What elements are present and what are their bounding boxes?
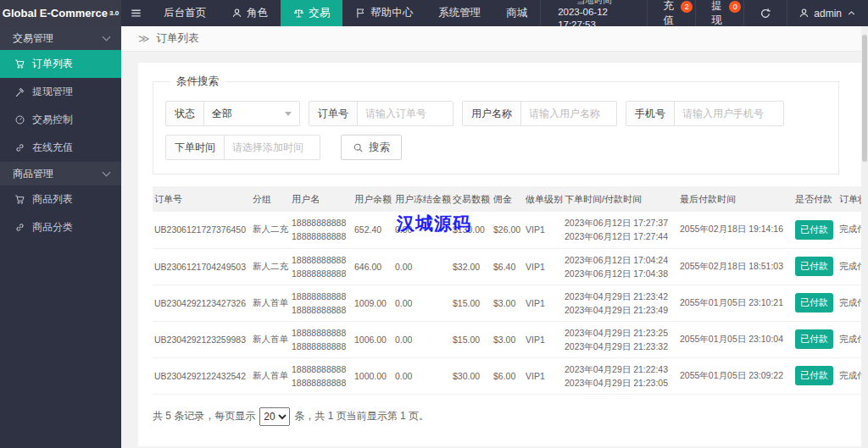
orders-table: 订单号分组用户名用户余额用户冻结金额交易数额佣金做单级别下单时间/付款时间最后付… <box>153 186 868 395</box>
cell-last-pay-time: 2055年01月05日 23:09:22 <box>678 357 793 394</box>
paid-badge: 已付款 <box>795 293 833 312</box>
cell-commission: $6.00 <box>492 357 524 394</box>
withdraw-button[interactable]: 提现 0 <box>696 0 744 26</box>
nav-item-dashboard[interactable]: 后台首页 <box>151 0 219 26</box>
hamburger-menu-icon[interactable] <box>121 0 151 26</box>
sidebar-item-order-list[interactable]: 订单列表 <box>0 50 121 78</box>
cell-balance: 646.00 <box>353 248 393 285</box>
cell-frozen-amount: 0.00 <box>393 212 451 248</box>
cell-order-no: UB2304292122432542 <box>153 357 251 394</box>
search-button[interactable]: 搜索 <box>341 135 402 160</box>
link-icon <box>14 222 25 233</box>
sidebar-item-label: 商品列表 <box>32 192 73 207</box>
cell-paid-status: 已付款 <box>793 212 837 248</box>
scrollbar-thumb[interactable] <box>862 35 867 162</box>
order-no-label: 订单号 <box>309 102 358 125</box>
paid-badge: 已付款 <box>795 220 833 240</box>
vertical-scrollbar[interactable] <box>861 26 868 448</box>
sidebar-item-label: 交易控制 <box>32 113 73 127</box>
cell-work-level: VIP1 <box>524 321 563 357</box>
nav-item-help-center[interactable]: 帮助中心 <box>342 0 426 26</box>
gauge-icon <box>14 114 25 125</box>
order-time-input[interactable] <box>225 136 320 159</box>
recharge-label: 充值 <box>663 0 680 28</box>
nav-item-roles[interactable]: 角色 <box>219 0 281 26</box>
nav-label: 帮助中心 <box>370 6 413 20</box>
cell-last-pay-time: 2055年01月05日 23:10:21 <box>678 285 793 321</box>
cell-username: 1888888888818888888888 <box>290 248 353 285</box>
sidebar-group-product-management[interactable]: 商品管理 <box>0 162 121 185</box>
pagination-prefix: 共 5 条记录，每页显示 <box>153 409 255 423</box>
header-row: 订单号分组用户名用户余额用户冻结金额交易数额佣金做单级别下单时间/付款时间最后付… <box>153 186 868 212</box>
sidebar-group-label: 交易管理 <box>13 31 53 46</box>
cell-commission: $26.00 <box>492 212 524 248</box>
sidebar-item-product-category[interactable]: 商品分类 <box>0 213 121 241</box>
cell-balance: 1009.00 <box>353 285 393 321</box>
recharge-badge: 2 <box>681 1 693 13</box>
sidebar-item-trade-control[interactable]: 交易控制 <box>0 106 121 134</box>
cell-paid-status: 已付款 <box>793 285 837 321</box>
column-header-username: 用户名 <box>290 186 353 212</box>
refresh-button[interactable] <box>744 0 787 26</box>
app-logo[interactable]: Global E-Commerce 3.0 <box>0 0 121 26</box>
cell-frozen-amount: 0.00 <box>393 285 451 321</box>
breadcrumb-current: 订单列表 <box>157 31 199 46</box>
cell-order-pay-time: 2023年04月29日 21:23:422023年04月29日 21:23:49 <box>563 285 678 321</box>
breadcrumb: ≫ 订单列表 <box>121 26 868 52</box>
withdraw-label: 提现 <box>711 0 728 28</box>
local-time-label: 当地时间 <box>576 0 612 6</box>
cell-work-level: VIP1 <box>524 285 563 321</box>
cell-group: 新人首单 <box>251 357 290 394</box>
filter-row-1: 状态 全部 订单号 用户名称 手机 <box>165 101 826 126</box>
cell-balance: 1000.00 <box>353 357 393 394</box>
order-time-filter: 下单时间 <box>165 135 320 160</box>
nav-item-system[interactable]: 系统管理 <box>426 0 493 26</box>
sidebar: 交易管理 订单列表 提现管理 交易控制 在线充值 商品管理 商品列表 <box>0 26 121 448</box>
search-filter-panel: 条件搜索 状态 全部 订单号 用户名称 <box>153 75 839 174</box>
sidebar-group-trade-management[interactable]: 交易管理 <box>0 26 121 50</box>
table-row: UB2306121704249503新人二充188888888881888888… <box>153 248 868 285</box>
withdraw-badge: 0 <box>729 1 741 13</box>
chevron-down-icon <box>103 168 111 176</box>
cell-order-no: UB2304292123427326 <box>153 285 251 321</box>
cell-commission: $3.00 <box>492 321 524 357</box>
top-bar: Global E-Commerce 3.0 后台首页 角色 交易 帮助中心 系统… <box>0 0 868 26</box>
sidebar-item-label: 订单列表 <box>32 57 73 71</box>
cell-order-pay-time: 2023年04月29日 21:23:252023年04月29日 21:23:32 <box>563 321 678 357</box>
cell-group: 新人二充 <box>251 212 290 248</box>
nav-label: 后台首页 <box>164 6 206 20</box>
nav-item-trade[interactable]: 交易 <box>281 0 342 26</box>
phone-input[interactable] <box>675 102 783 125</box>
cell-paid-status: 已付款 <box>793 357 837 394</box>
flag-icon <box>355 8 366 19</box>
user-menu[interactable]: admin <box>787 0 868 26</box>
recharge-button[interactable]: 充值 2 <box>648 0 696 26</box>
status-select[interactable]: 全部 <box>204 102 299 125</box>
cell-username: 1888888888818888888888 <box>290 285 353 321</box>
nav-item-mall[interactable]: 商城 <box>493 0 540 26</box>
cell-last-pay-time: 2055年01月05日 23:10:04 <box>678 321 793 357</box>
chevron-down-icon <box>285 112 292 116</box>
breadcrumb-separator-icon: ≫ <box>138 32 150 45</box>
cell-group: 新人首单 <box>251 321 290 357</box>
sidebar-item-label: 提现管理 <box>32 85 73 99</box>
cell-order-no: UB2304292123259983 <box>153 321 251 357</box>
chevron-up-icon <box>846 8 857 19</box>
sidebar-item-product-list[interactable]: 商品列表 <box>0 185 121 213</box>
sidebar-item-online-recharge[interactable]: 在线充值 <box>0 134 121 162</box>
user-name-input[interactable] <box>521 102 616 125</box>
sidebar-item-label: 商品分类 <box>32 220 73 235</box>
search-icon <box>353 142 364 153</box>
page-size-select[interactable]: 20 <box>259 407 290 426</box>
sidebar-group-label: 商品管理 <box>13 167 53 181</box>
search-button-label: 搜索 <box>369 141 390 155</box>
order-no-input[interactable] <box>358 102 453 125</box>
cell-work-level: VIP1 <box>524 357 563 394</box>
sidebar-item-withdraw-management[interactable]: 提现管理 <box>0 78 121 106</box>
cell-frozen-amount: 0.00 <box>393 248 451 285</box>
app-version: 3.0 <box>109 9 119 17</box>
status-selected-value: 全部 <box>212 107 232 121</box>
scales-icon <box>293 8 304 19</box>
column-header-trade-amount: 交易数额 <box>451 186 492 212</box>
user-name-label: 用户名称 <box>463 102 521 125</box>
